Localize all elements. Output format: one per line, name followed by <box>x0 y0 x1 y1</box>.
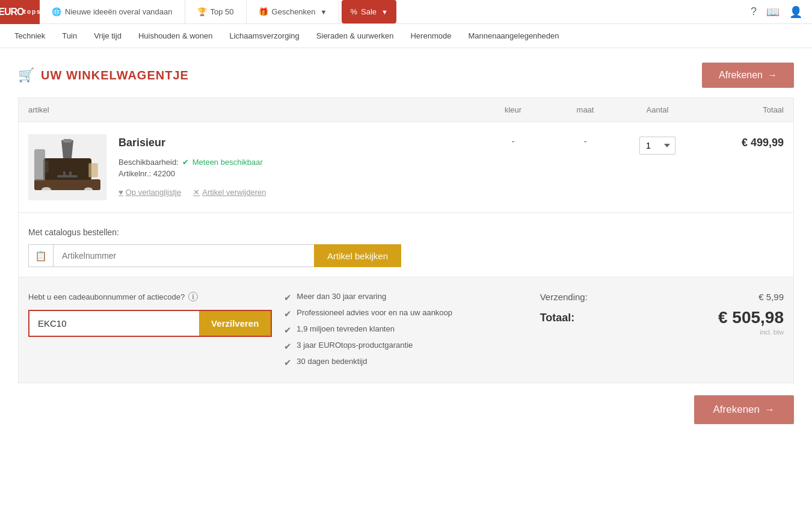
trust-item-2: ✔ Professioneel advies voor en na uw aan… <box>284 308 527 319</box>
cat-huishouden-label: Huishouden & wonen <box>138 31 213 40</box>
wishlist-link[interactable]: ♥ Op verlanglijstje <box>118 188 181 197</box>
catalog-view-button[interactable]: Artikel bekijken <box>314 244 401 267</box>
catalog-input-row: 📋 Artikel bekijken <box>28 244 401 267</box>
voucher-btn-label: Verzilveren <box>211 318 259 328</box>
item-total-price: € 499,99 <box>742 137 784 149</box>
chevron-down-icon: ▼ <box>321 8 327 16</box>
nav-sale[interactable]: % Sale ▼ <box>342 0 396 23</box>
trust-text-2: Professioneel advies voor en na uw aanko… <box>297 308 452 317</box>
cat-sieraden[interactable]: Sieraden & uurwerken <box>308 24 402 48</box>
trust-check-icon-3: ✔ <box>284 325 292 336</box>
svg-rect-9 <box>69 171 72 176</box>
cat-techniek[interactable]: Techniek <box>6 24 54 48</box>
shipping-value: € 5,99 <box>758 292 784 302</box>
voucher-button[interactable]: Verzilveren <box>199 311 271 336</box>
logo-euro: EURO <box>0 7 24 17</box>
total-label: Totaal: <box>540 312 575 324</box>
col-quantity: Aantal <box>621 105 694 114</box>
top-nav: EURO tops 🌐 Nieuwe ideeën overal vandaan… <box>0 0 812 24</box>
product-image <box>28 134 106 200</box>
cat-techniek-label: Techniek <box>14 31 45 40</box>
remove-label: Artikel verwijderen <box>202 188 266 197</box>
voucher-input[interactable] <box>29 311 199 336</box>
voucher-col: Hebt u een cadeaubonnummer of actiecode?… <box>28 292 272 337</box>
arrow-right-icon: → <box>767 70 777 81</box>
col-size: maat <box>549 105 621 114</box>
voucher-info-icon[interactable]: ℹ <box>188 292 198 301</box>
remove-link[interactable]: ✕ Artikel verwijderen <box>193 188 266 197</box>
svg-rect-6 <box>63 139 72 143</box>
cat-lichaam-label: Lichaamsverzorging <box>229 31 299 40</box>
nav-ideas-label: Nieuwe ideeën overal vandaan <box>65 7 173 16</box>
trust-text-5: 30 dagen bedenktijd <box>297 357 367 366</box>
bookmark-icon[interactable]: 📖 <box>766 5 780 19</box>
item-color: - <box>512 137 515 146</box>
product-image-svg <box>28 134 106 200</box>
bottom-section: Hebt u een cadeaubonnummer of actiecode?… <box>18 277 794 383</box>
trust-text-4: 3 jaar EUROtops-productgarantie <box>297 341 413 350</box>
help-icon[interactable]: ? <box>751 5 757 18</box>
trust-check-icon-1: ✔ <box>284 292 292 303</box>
cart-title-text: UW WINKELWAGENTJE <box>41 69 189 82</box>
nav-top50[interactable]: 🏆 Top 50 <box>185 0 247 23</box>
trust-item-5: ✔ 30 dagen bedenktijd <box>284 357 527 368</box>
bottom-checkout-row: Afrekenen → <box>0 383 812 436</box>
nav-gifts-label: Geschenken <box>272 7 316 16</box>
voucher-label-text: Hebt u een cadeaubonnummer of actiecode? <box>28 292 185 301</box>
checkout-button-top[interactable]: Afrekenen → <box>702 63 794 88</box>
cart-size-cell: - <box>549 134 621 146</box>
catalog-section: Met catalogus bestellen: 📋 Artikel bekij… <box>18 213 794 277</box>
cat-herenmode[interactable]: Herenmode <box>402 24 460 48</box>
cat-huishouden[interactable]: Huishouden & wonen <box>130 24 221 48</box>
catalog-label: Met catalogus bestellen: <box>28 227 784 237</box>
svg-point-10 <box>42 187 51 192</box>
svg-rect-2 <box>34 149 45 180</box>
cat-mannen[interactable]: Mannenaangelegenheden <box>460 24 567 48</box>
catalog-btn-label: Artikel bekijken <box>327 251 388 261</box>
col-color: kleur <box>477 105 549 114</box>
trust-col: ✔ Meer dan 30 jaar ervaring ✔ Profession… <box>284 292 527 368</box>
cart-total-cell: € 499,99 <box>694 134 784 149</box>
cat-sieraden-label: Sieraden & uurwerken <box>316 31 394 40</box>
availability-status: Meteen beschikbaar <box>192 158 263 167</box>
nav-top50-label: Top 50 <box>211 7 234 16</box>
trust-item-1: ✔ Meer dan 30 jaar ervaring <box>284 292 527 303</box>
percent-icon: % <box>350 7 357 16</box>
col-article: artikel <box>28 105 477 114</box>
wishlist-label: Op verlanglijstje <box>126 188 182 197</box>
cat-herenmode-label: Herenmode <box>410 31 451 40</box>
cart-item-main: Barisieur Beschikbaarheid: ✔ Meteen besc… <box>28 134 477 200</box>
col-total: Totaal <box>694 105 784 114</box>
remove-icon: ✕ <box>193 188 200 197</box>
cat-tuin-label: Tuin <box>62 31 77 40</box>
voucher-label: Hebt u een cadeaubonnummer of actiecode?… <box>28 292 272 301</box>
product-artnr: Artikelnr.: 42200 <box>118 169 477 178</box>
catalog-input[interactable] <box>53 244 314 267</box>
page-content: 🛒 UW WINKELWAGENTJE Afrekenen → artikel … <box>0 48 812 383</box>
category-nav: Techniek Tuin Vrije tijd Huishouden & wo… <box>0 24 812 48</box>
item-size: - <box>584 137 587 146</box>
product-info: Barisieur Beschikbaarheid: ✔ Meteen besc… <box>118 134 477 197</box>
account-icon[interactable]: 👤 <box>789 5 802 19</box>
catalog-book-icon: 📋 <box>28 244 53 267</box>
trust-check-icon-5: ✔ <box>284 357 292 368</box>
trust-check-icon-4: ✔ <box>284 341 292 352</box>
top-nav-links: 🌐 Nieuwe ideeën overal vandaan 🏆 Top 50 … <box>40 0 741 23</box>
svg-rect-7 <box>57 175 78 177</box>
total-value: € 505,98 <box>718 308 784 327</box>
cat-vrije-tijd[interactable]: Vrije tijd <box>85 24 130 48</box>
nav-gifts[interactable]: 🎁 Geschenken ▼ <box>247 0 340 23</box>
nav-sale-label: Sale <box>361 7 377 16</box>
cat-mannen-label: Mannenaangelegenheden <box>468 31 559 40</box>
trust-text-1: Meer dan 30 jaar ervaring <box>297 292 386 301</box>
cat-lichaam[interactable]: Lichaamsverzorging <box>221 24 307 48</box>
checkout-button-bottom[interactable]: Afrekenen → <box>694 395 795 424</box>
quantity-select[interactable]: 1 2 3 4 5 <box>639 137 675 155</box>
logo[interactable]: EURO tops <box>0 0 40 24</box>
sale-chevron-icon: ▼ <box>381 8 388 16</box>
trophy-icon: 🏆 <box>197 7 207 16</box>
checkout-bottom-arrow-icon: → <box>764 404 775 416</box>
cart-color-cell: - <box>477 134 549 146</box>
nav-ideas[interactable]: 🌐 Nieuwe ideeën overal vandaan <box>40 0 185 23</box>
cat-tuin[interactable]: Tuin <box>54 24 85 48</box>
